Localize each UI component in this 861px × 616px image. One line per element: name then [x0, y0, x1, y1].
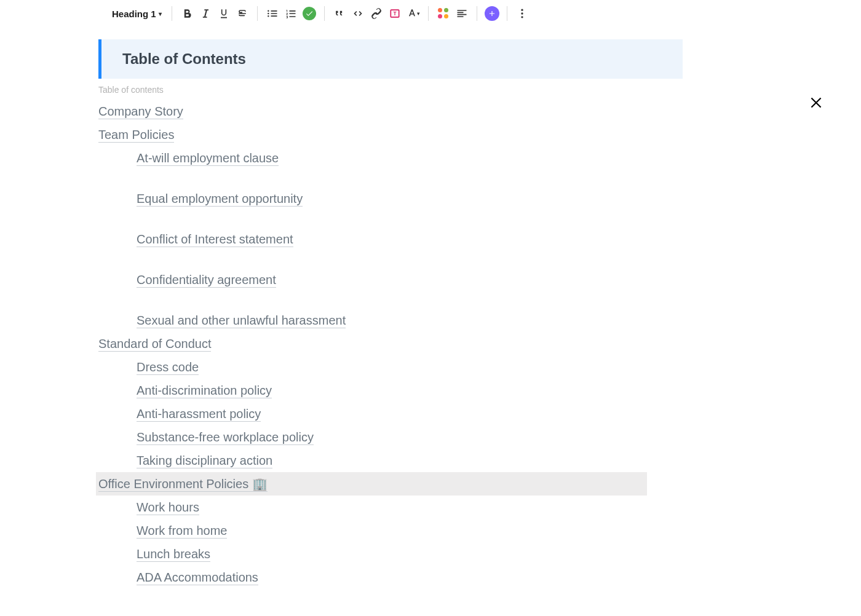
toolbar-separator [428, 6, 429, 21]
toc-link[interactable]: Team Policies [98, 123, 683, 146]
toolbar-separator [507, 6, 507, 21]
toc-container: Company StoryTeam PoliciesAt-will employ… [98, 100, 683, 589]
callout-button[interactable]: T [386, 5, 403, 22]
bullet-list-icon [266, 7, 279, 20]
highlight-color-icon [438, 8, 449, 19]
quote-button[interactable] [331, 5, 348, 22]
svg-point-2 [521, 9, 523, 11]
toc-link-text: Taking disciplinary action [137, 454, 272, 468]
heading-style-label: Heading 1 [112, 9, 156, 19]
svg-point-4 [521, 16, 523, 18]
toolbar-separator [477, 6, 477, 21]
toc-link[interactable]: Dress code [98, 355, 683, 379]
more-options-button[interactable] [514, 5, 531, 22]
toc-link-text: At-will employment clause [137, 151, 279, 166]
toc-link-text: Standard of Conduct [98, 337, 211, 352]
toc-link-text: Lunch breaks [137, 547, 210, 562]
toc-list: Company StoryTeam PoliciesAt-will employ… [98, 100, 683, 589]
toc-link[interactable]: Conflict of Interest statement [98, 227, 683, 251]
callout-icon: T [389, 7, 401, 20]
underline-icon [218, 7, 230, 20]
toc-link-text: Dress code [137, 360, 199, 375]
toc-link[interactable]: Office Environment Policies 🏢 [96, 472, 647, 496]
italic-button[interactable] [197, 5, 214, 22]
toc-link[interactable]: Equal employment opportunity [98, 187, 683, 210]
italic-icon [199, 7, 212, 20]
toc-link-text: Sexual and other unlawful harassment [137, 314, 346, 328]
quote-icon [333, 7, 346, 20]
checklist-button[interactable] [301, 5, 318, 22]
toc-link-text: Anti-harassment policy [137, 407, 261, 422]
toc-link-text: Substance-free workplace policy [137, 430, 314, 445]
numbered-list-button[interactable] [282, 5, 300, 22]
underline-button[interactable] [215, 5, 232, 22]
toolbar-separator [257, 6, 258, 21]
toc-block-header[interactable]: Table of Contents [98, 39, 683, 79]
toc-link[interactable]: Confidentiality agreement [98, 268, 683, 291]
toc-link[interactable]: Lunch breaks [98, 542, 683, 566]
toc-link[interactable]: At-will employment clause [98, 146, 683, 170]
toc-link[interactable]: Taking disciplinary action [98, 449, 683, 472]
bullet-list-button[interactable] [264, 5, 281, 22]
highlight-button[interactable] [435, 5, 452, 22]
numbered-list-icon [285, 7, 297, 20]
bold-icon [181, 7, 193, 20]
strikethrough-icon [236, 7, 248, 20]
toc-link-text: Team Policies [98, 128, 174, 143]
toc-link-text: Work hours [137, 500, 199, 515]
svg-text:T: T [393, 10, 396, 17]
svg-point-3 [521, 12, 523, 14]
text-color-button[interactable]: ▾ [405, 5, 422, 22]
toc-link[interactable]: Company Story [98, 100, 683, 123]
toc-link[interactable]: Standard of Conduct [98, 332, 683, 355]
toolbar-separator [324, 6, 325, 21]
link-button[interactable] [368, 5, 385, 22]
toc-link-text: Conflict of Interest statement [137, 232, 293, 247]
close-button[interactable] [808, 95, 824, 113]
toc-link[interactable]: Sexual and other unlawful harassment [98, 309, 683, 332]
more-vertical-icon [516, 7, 528, 20]
insert-button[interactable] [483, 5, 501, 22]
toc-link-text: Company Story [98, 105, 183, 119]
toc-title: Table of Contents [122, 50, 662, 68]
plus-circle-icon [485, 6, 499, 21]
align-button[interactable] [453, 5, 470, 22]
heading-style-selector[interactable]: Heading 1 ▾ [108, 6, 165, 22]
checklist-icon [303, 7, 316, 20]
toc-link-text: Equal employment opportunity [137, 192, 303, 207]
toc-link-text: ADA Accommodations [137, 571, 258, 585]
code-icon [352, 7, 364, 20]
chevron-down-icon: ▾ [159, 10, 162, 17]
toc-link[interactable]: ADA Accommodations [98, 566, 683, 589]
code-button[interactable] [349, 5, 367, 22]
align-left-icon [456, 7, 468, 20]
toc-link[interactable]: Substance-free workplace policy [98, 425, 683, 449]
text-color-icon [406, 7, 418, 20]
close-icon [808, 95, 824, 111]
toolbar-separator [172, 6, 172, 21]
editor-toolbar: Heading 1 ▾ T ▾ [0, 0, 861, 27]
toc-link-text: Confidentiality agreement [137, 273, 276, 288]
strikethrough-button[interactable] [234, 5, 251, 22]
toc-link[interactable]: Anti-harassment policy [98, 402, 683, 425]
toc-type-label: Table of contents [98, 85, 861, 95]
toc-link-text: Office Environment Policies 🏢 [98, 477, 268, 492]
chevron-down-icon: ▾ [417, 10, 420, 17]
toc-link[interactable]: Work hours [98, 496, 683, 519]
toc-link-text: Work from home [137, 524, 227, 539]
toc-link-text: Anti-discrimination policy [137, 384, 272, 398]
toc-link[interactable]: Work from home [98, 519, 683, 542]
bold-button[interactable] [178, 5, 196, 22]
toc-link[interactable]: Anti-discrimination policy [98, 379, 683, 402]
link-icon [370, 7, 383, 20]
